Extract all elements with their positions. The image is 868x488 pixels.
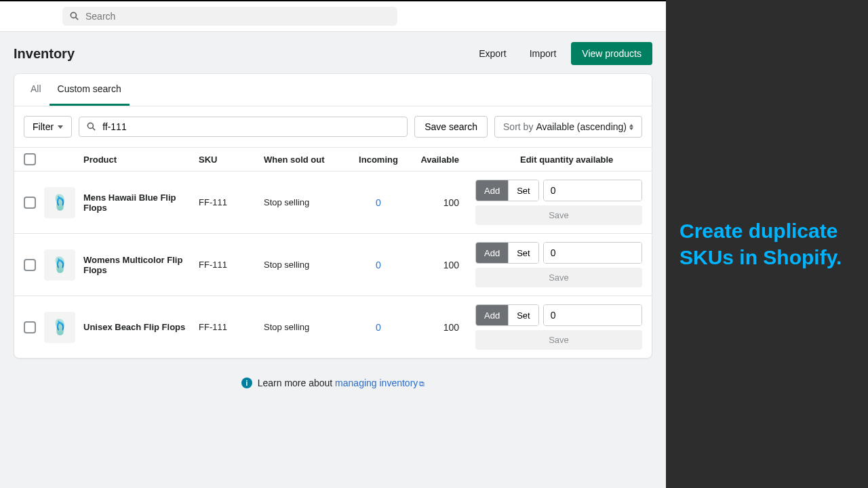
- save-qty-button[interactable]: Save: [475, 205, 642, 225]
- external-link-icon: ⧉: [419, 380, 425, 388]
- available-value: 100: [405, 260, 473, 270]
- info-icon: i: [241, 378, 252, 388]
- inventory-card: All Custom search Filter Save search Sor…: [14, 73, 652, 359]
- set-mode-button[interactable]: Set: [508, 305, 538, 325]
- filter-button[interactable]: Filter: [24, 116, 72, 138]
- global-search[interactable]: [62, 7, 397, 26]
- when-sold-out-value: Stop selling: [264, 260, 352, 270]
- sort-button[interactable]: Sort by Available (ascending): [494, 116, 642, 138]
- learn-prefix: Learn more about: [258, 378, 335, 388]
- tabs: All Custom search: [14, 74, 652, 106]
- col-when-sold-out: When sold out: [264, 155, 352, 165]
- sku-value: FF-111: [199, 197, 264, 207]
- import-button[interactable]: Import: [521, 43, 565, 64]
- product-thumbnail[interactable]: 🩴: [44, 312, 75, 343]
- page-title: Inventory: [14, 46, 75, 62]
- col-sku: SKU: [199, 155, 264, 165]
- qty-input[interactable]: [544, 180, 642, 201]
- sku-value: FF-111: [199, 322, 264, 332]
- save-qty-button[interactable]: Save: [475, 330, 642, 350]
- page-header: Inventory Export Import View products: [0, 32, 666, 73]
- set-mode-button[interactable]: Set: [508, 180, 538, 201]
- sku-value: FF-111: [199, 260, 264, 270]
- col-product: Product: [83, 155, 199, 165]
- search-icon: [69, 11, 80, 22]
- table-row: 🩴 Unisex Beach Flip Flops FF-111 Stop se…: [14, 296, 652, 358]
- annotation-sidebar: Create duplicate SKUs in Shopify.: [666, 0, 868, 488]
- main-panel: Inventory Export Import View products Al…: [0, 0, 666, 488]
- when-sold-out-value: Stop selling: [264, 322, 352, 332]
- product-name[interactable]: Womens Multicolor Flip Flops: [83, 255, 199, 275]
- global-search-input[interactable]: [85, 11, 391, 22]
- export-button[interactable]: Export: [471, 43, 514, 64]
- incoming-value[interactable]: 0: [352, 322, 405, 333]
- filter-search-input[interactable]: [102, 121, 400, 132]
- set-mode-button[interactable]: Set: [508, 243, 538, 263]
- qty-mode-toggle: Add Set: [475, 180, 539, 201]
- table-row: 🩴 Mens Hawaii Blue Flip Flops FF-111 Sto…: [14, 171, 652, 233]
- filters-row: Filter Save search Sort by Available (as…: [14, 106, 652, 147]
- sort-icon: [629, 124, 633, 130]
- product-thumbnail[interactable]: 🩴: [44, 187, 75, 218]
- select-all-checkbox[interactable]: [24, 153, 36, 165]
- annotation-text: Create duplicate SKUs in Shopify.: [679, 218, 854, 270]
- col-available: Available: [405, 155, 473, 165]
- incoming-value[interactable]: 0: [352, 260, 405, 270]
- row-checkbox[interactable]: [24, 197, 36, 209]
- view-products-button[interactable]: View products: [571, 42, 652, 65]
- qty-input[interactable]: [544, 305, 642, 325]
- add-mode-button[interactable]: Add: [476, 305, 508, 325]
- sort-value: Available (ascending): [536, 121, 627, 132]
- filter-label: Filter: [33, 121, 54, 132]
- filter-search[interactable]: [79, 117, 408, 137]
- tab-custom-search[interactable]: Custom search: [50, 74, 130, 106]
- available-value: 100: [405, 197, 473, 208]
- table-row: 🩴 Womens Multicolor Flip Flops FF-111 St…: [14, 233, 652, 296]
- managing-inventory-link[interactable]: managing inventory⧉: [335, 378, 425, 388]
- available-value: 100: [405, 322, 473, 333]
- row-checkbox[interactable]: [24, 321, 36, 333]
- col-edit-qty: Edit quantity available: [473, 155, 642, 165]
- qty-mode-toggle: Add Set: [475, 304, 539, 326]
- add-mode-button[interactable]: Add: [476, 180, 508, 201]
- topbar: [0, 0, 666, 32]
- col-incoming: Incoming: [352, 155, 405, 165]
- product-name[interactable]: Unisex Beach Flip Flops: [83, 322, 199, 332]
- save-search-button[interactable]: Save search: [414, 116, 488, 138]
- row-checkbox[interactable]: [24, 259, 36, 271]
- qty-mode-toggle: Add Set: [475, 242, 539, 264]
- when-sold-out-value: Stop selling: [264, 197, 352, 207]
- incoming-value[interactable]: 0: [352, 197, 405, 208]
- qty-input[interactable]: [544, 243, 642, 263]
- product-thumbnail[interactable]: 🩴: [44, 249, 75, 281]
- caret-down-icon: [58, 125, 63, 129]
- table-header: Product SKU When sold out Incoming Avail…: [14, 147, 652, 171]
- learn-more: i Learn more about managing inventory⧉: [0, 359, 666, 407]
- sort-prefix: Sort by: [503, 121, 533, 132]
- product-name[interactable]: Mens Hawaii Blue Flip Flops: [83, 192, 199, 213]
- search-icon: [86, 121, 97, 132]
- add-mode-button[interactable]: Add: [476, 243, 508, 263]
- save-qty-button[interactable]: Save: [475, 268, 642, 287]
- tab-all[interactable]: All: [22, 74, 50, 106]
